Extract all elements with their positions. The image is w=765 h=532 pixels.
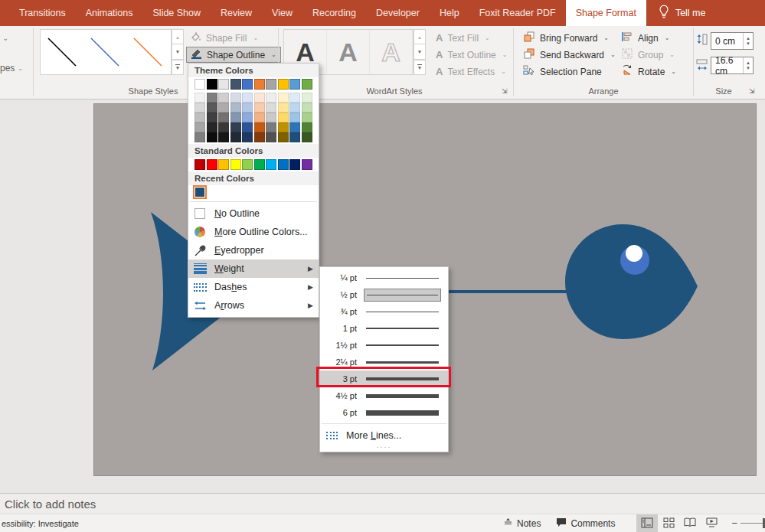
weight-option-1-pt[interactable]: 1½ pt [320, 337, 448, 354]
theme-variant-3-4[interactable] [230, 132, 241, 142]
theme-color-3[interactable] [230, 79, 241, 90]
theme-color-5[interactable] [254, 79, 265, 90]
weight-option-pt[interactable]: ¾ pt [320, 303, 448, 320]
rotate-button[interactable]: Rotate⌄ [617, 64, 680, 80]
theme-variant-0-2[interactable] [195, 113, 205, 122]
theme-variant-1-4[interactable] [207, 132, 217, 142]
chevron-down-icon[interactable]: ⌄ [2, 34, 8, 42]
theme-variant-8-2[interactable] [289, 113, 300, 122]
shape-style-thumb-0[interactable] [41, 30, 83, 74]
tab-foxit-reader-pdf[interactable]: Foxit Reader PDF [469, 0, 566, 26]
theme-variant-1-3[interactable] [207, 122, 217, 132]
standard-color-9[interactable] [302, 159, 312, 170]
wordart-dialog-launcher-icon[interactable]: ⇲ [502, 88, 508, 95]
accessibility-status[interactable]: essibility: Investigate [0, 519, 79, 528]
tab-developer[interactable]: Developer [366, 0, 430, 26]
theme-variant-7-4[interactable] [278, 132, 289, 142]
theme-variant-1-1[interactable] [207, 103, 217, 113]
fish-head-shape[interactable] [565, 224, 698, 339]
standard-color-3[interactable] [230, 159, 241, 170]
text-effects-button[interactable]: AText Effects⌄ [432, 64, 510, 80]
recent-color-0[interactable] [195, 187, 205, 197]
theme-variant-3-2[interactable] [230, 113, 241, 122]
theme-variant-4-0[interactable] [242, 93, 253, 103]
theme-variant-6-4[interactable] [266, 132, 276, 142]
theme-color-8[interactable] [289, 79, 300, 90]
theme-variant-5-4[interactable] [254, 132, 265, 142]
tab-slide-show[interactable]: Slide Show [143, 0, 211, 26]
theme-variant-2-0[interactable] [218, 93, 229, 103]
gallery-up-icon[interactable]: ▲ [172, 29, 184, 44]
tab-recording[interactable]: Recording [302, 0, 366, 26]
wordart-style-thumb-1[interactable]: A [327, 30, 370, 74]
gallery-down-icon[interactable]: ▼ [172, 44, 184, 59]
tab-review[interactable]: Review [211, 0, 262, 26]
theme-variant-9-2[interactable] [302, 113, 312, 122]
theme-variant-0-1[interactable] [195, 103, 205, 113]
theme-variant-3-0[interactable] [230, 93, 241, 103]
theme-variant-6-1[interactable] [266, 103, 276, 113]
tab-help[interactable]: Help [430, 0, 469, 26]
theme-variant-7-1[interactable] [278, 103, 289, 113]
shape-width-value[interactable]: 16.6 cm [711, 55, 743, 77]
theme-variant-6-0[interactable] [266, 93, 276, 103]
group-button[interactable]: Group⌄ [617, 47, 678, 63]
theme-variant-8-3[interactable] [289, 122, 300, 132]
theme-variant-5-1[interactable] [254, 103, 265, 113]
theme-color-6[interactable] [266, 79, 276, 90]
send-backward-button[interactable]: Send Backward⌄ [519, 47, 620, 63]
fish-eye-pupil[interactable] [626, 245, 642, 262]
size-dialog-launcher-icon[interactable]: ⇲ [749, 88, 755, 95]
zoom-out-icon[interactable]: − [728, 517, 740, 529]
theme-variant-0-0[interactable] [195, 93, 205, 103]
spinner-arrows-icon[interactable]: ▲▼ [743, 57, 753, 73]
menu-item-weight[interactable]: Weight▶ [188, 259, 319, 278]
more-lines-item[interactable]: More Lines... [320, 426, 448, 444]
theme-variant-2-2[interactable] [218, 113, 229, 122]
shape-styles-gallery-scroll[interactable]: ▲ ▼ ▼ [172, 29, 184, 75]
wordart-gallery-scroll[interactable]: ▲ ▼ ▼ [414, 29, 426, 75]
theme-variant-7-2[interactable] [278, 113, 289, 122]
gallery-up-icon[interactable]: ▲ [414, 29, 426, 44]
menu-item-arrows[interactable]: Arrows▶ [188, 296, 319, 315]
theme-variant-5-2[interactable] [254, 113, 265, 122]
theme-variant-4-1[interactable] [242, 103, 253, 113]
theme-variant-7-3[interactable] [278, 122, 289, 132]
shape-height-spinner[interactable]: 0 cm ▲▼ [711, 32, 754, 50]
align-button[interactable]: Align⌄ [617, 30, 673, 46]
theme-variant-1-0[interactable] [207, 93, 217, 103]
standard-color-0[interactable] [195, 159, 205, 170]
theme-variant-8-1[interactable] [289, 103, 300, 113]
wordart-style-thumb-2[interactable]: A [370, 30, 413, 74]
theme-color-0[interactable] [195, 79, 205, 90]
text-outline-button[interactable]: AText Outline⌄ [432, 47, 511, 63]
weight-option-6-pt[interactable]: 6 pt [320, 404, 448, 421]
standard-color-2[interactable] [218, 159, 229, 170]
tab-transitions[interactable]: Transitions [9, 0, 76, 26]
standard-color-7[interactable] [278, 159, 289, 170]
shape-styles-gallery[interactable] [40, 29, 172, 75]
view-reading-button[interactable] [679, 514, 701, 532]
theme-variant-4-4[interactable] [242, 132, 253, 142]
weight-option-1-pt[interactable]: 1 pt [320, 320, 448, 337]
shape-style-thumb-2[interactable] [126, 30, 169, 74]
theme-variant-7-0[interactable] [278, 93, 289, 103]
theme-variant-9-3[interactable] [302, 122, 312, 132]
theme-color-1[interactable] [207, 79, 217, 90]
theme-color-7[interactable] [278, 79, 289, 90]
theme-color-9[interactable] [302, 79, 312, 90]
gallery-more-icon[interactable]: ▼ [414, 60, 426, 75]
weight-option-4-pt[interactable]: 4½ pt [320, 387, 448, 404]
theme-variant-5-0[interactable] [254, 93, 265, 103]
zoom-slider[interactable] [740, 523, 765, 524]
theme-variant-6-2[interactable] [266, 113, 276, 122]
spinner-arrows-icon[interactable]: ▲▼ [743, 33, 753, 49]
theme-variant-9-0[interactable] [302, 93, 312, 103]
theme-color-4[interactable] [242, 79, 253, 90]
theme-variant-8-4[interactable] [289, 132, 300, 142]
tab-shape-format[interactable]: Shape Format [566, 0, 646, 26]
menu-item-no-outline[interactable]: No Outline [188, 204, 319, 223]
tab-view[interactable]: View [262, 0, 302, 26]
text-fill-button[interactable]: AText Fill⌄ [432, 30, 494, 46]
theme-variant-3-1[interactable] [230, 103, 241, 113]
